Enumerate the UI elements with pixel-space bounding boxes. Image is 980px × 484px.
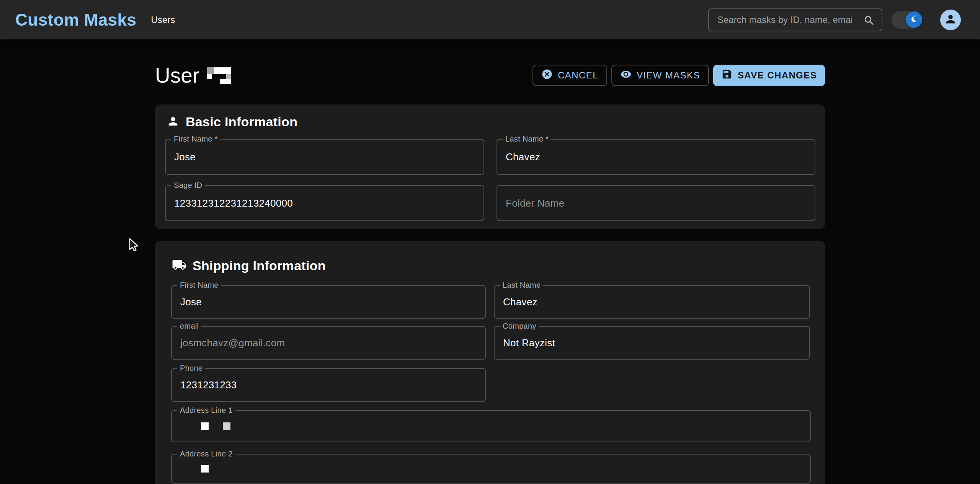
- action-buttons: CANCEL VIEW MASKS SAVE CHANGES: [532, 65, 825, 86]
- section-title: Shipping Information: [193, 258, 326, 273]
- phone-field[interactable]: Phone 1231231233: [171, 368, 486, 402]
- address-line-2-masked-value: [201, 465, 209, 473]
- shipping-information-header: Shipping Information: [172, 257, 326, 274]
- mouse-cursor: [129, 238, 140, 255]
- moon-icon: [910, 15, 919, 25]
- masked-char-glyph: [223, 422, 230, 430]
- title-row: User CANCEL VIEW MASKS SAVE CHA: [155, 64, 825, 87]
- first-name-field[interactable]: First Name * Jose: [165, 139, 484, 175]
- view-masks-button[interactable]: VIEW MASKS: [611, 65, 709, 86]
- shipping-first-name-field[interactable]: First Name Jose: [171, 285, 486, 319]
- basic-information-header: Basic Information: [167, 114, 297, 129]
- basic-information-card: Basic Information First Name * Jose Last…: [155, 104, 825, 229]
- address-line-1-masked-value: [201, 422, 230, 430]
- page-title: User: [155, 63, 199, 88]
- sage-id-field[interactable]: Sage ID 123312312231213240000: [165, 185, 484, 221]
- cancel-icon: [541, 68, 553, 82]
- folder-name-field[interactable]: Folder Name: [497, 185, 815, 221]
- app-logo[interactable]: Custom Masks: [15, 10, 137, 29]
- email-field[interactable]: email josmchavz@gmail.com: [171, 326, 486, 360]
- search-icon: [863, 15, 875, 28]
- person-icon: [167, 115, 180, 129]
- address-line-1-field[interactable]: Address Line 1: [171, 410, 811, 442]
- address-line-2-field[interactable]: Address Line 2: [171, 454, 811, 484]
- shipping-information-card: Shipping Information First Name Jose Las…: [155, 241, 825, 484]
- last-name-field[interactable]: Last Name * Chavez: [497, 139, 815, 175]
- app-root: Custom Masks Users User: [0, 0, 980, 484]
- search-box: [708, 8, 882, 31]
- company-field[interactable]: Company Not Rayzist: [494, 326, 810, 360]
- account-avatar-button[interactable]: [940, 10, 961, 30]
- person-icon: [944, 13, 957, 27]
- shipping-last-name-field[interactable]: Last Name Chavez: [494, 285, 810, 319]
- navbar: Custom Masks Users: [0, 0, 980, 39]
- truck-icon: [172, 257, 186, 274]
- masked-char-glyph: [201, 422, 209, 430]
- section-title: Basic Information: [186, 114, 297, 129]
- save-icon: [721, 68, 733, 82]
- theme-toggle-thumb: [906, 11, 922, 28]
- eye-icon: [620, 68, 632, 82]
- theme-toggle[interactable]: [892, 11, 922, 29]
- broken-mask-image-icon: [207, 67, 231, 84]
- save-changes-button[interactable]: SAVE CHANGES: [713, 65, 825, 86]
- masked-char-glyph: [201, 465, 209, 473]
- cancel-button[interactable]: CANCEL: [532, 65, 607, 86]
- nav-link-users[interactable]: Users: [151, 15, 175, 25]
- search-input[interactable]: [709, 15, 882, 25]
